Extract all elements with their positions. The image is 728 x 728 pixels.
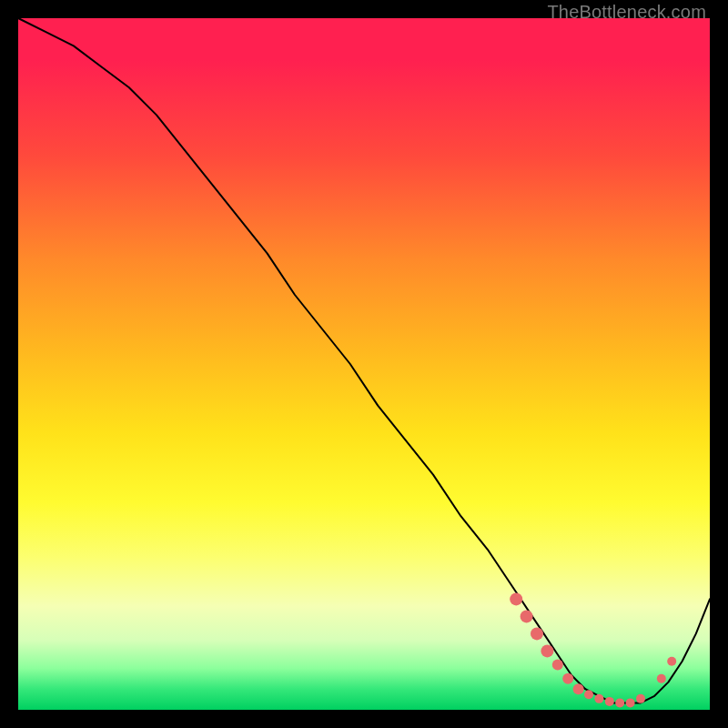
curve-marker xyxy=(657,674,666,683)
chart-svg xyxy=(18,18,710,710)
curve-marker xyxy=(594,694,603,703)
curve-marker xyxy=(584,690,593,699)
curve-marker xyxy=(605,697,614,706)
curve-marker xyxy=(636,694,645,703)
curve-marker xyxy=(552,660,563,671)
curve-marker xyxy=(510,592,522,605)
curve-marker xyxy=(531,627,543,640)
chart-plot-area xyxy=(18,18,710,710)
curve-marker xyxy=(667,657,676,666)
curve-marker xyxy=(562,673,573,684)
curve-marker xyxy=(573,683,584,694)
curve-marker xyxy=(626,698,635,707)
bottleneck-curve xyxy=(18,18,710,703)
chart-stage: TheBottleneck.com xyxy=(0,0,728,728)
curve-marker xyxy=(521,610,533,622)
curve-markers xyxy=(510,592,676,707)
curve-marker xyxy=(615,698,624,707)
curve-marker xyxy=(541,644,553,657)
